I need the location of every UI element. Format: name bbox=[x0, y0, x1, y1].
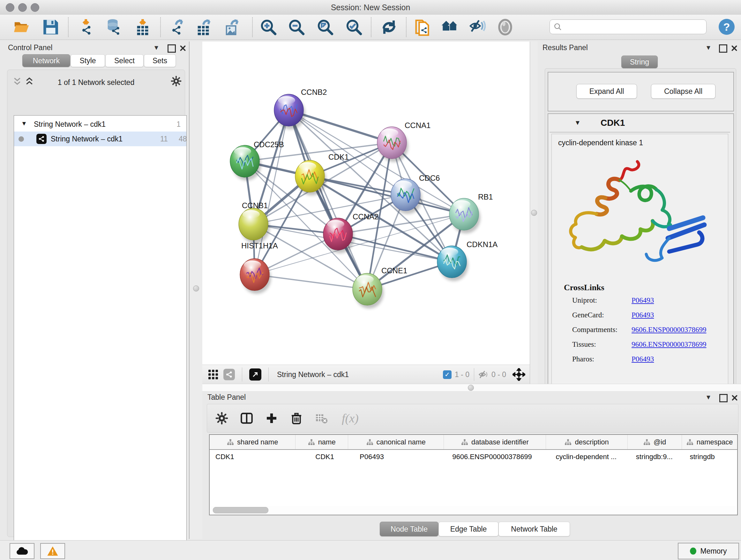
network-edge[interactable] bbox=[255, 274, 367, 289]
zoom-out-button[interactable] bbox=[288, 18, 305, 36]
import-database-button[interactable] bbox=[105, 18, 122, 36]
network-node-CCNA1[interactable]: CCNA1 bbox=[377, 121, 430, 162]
import-table-button[interactable] bbox=[134, 18, 151, 36]
show-columns-icon[interactable] bbox=[240, 412, 253, 425]
crosslink-compartments[interactable]: 9606.ENSP00000378699 bbox=[631, 326, 706, 340]
column-header[interactable]: namespace bbox=[682, 435, 737, 449]
selected-checkbox[interactable]: ✓ bbox=[443, 370, 452, 379]
column-header[interactable]: name bbox=[295, 435, 348, 449]
birdseye-view-button[interactable] bbox=[496, 18, 514, 36]
splitter-handle[interactable] bbox=[531, 210, 537, 216]
table-row[interactable]: CDK1 CDK1 P06493 9606.ENSP00000378699 cy… bbox=[210, 450, 737, 464]
search-input[interactable] bbox=[562, 22, 700, 31]
string-results-container: Expand All Collapse All ▼ CDK1 cyclin-de… bbox=[545, 68, 736, 397]
column-header[interactable]: @id bbox=[628, 435, 682, 449]
warnings-button[interactable] bbox=[40, 543, 65, 559]
network-node-CCNB1[interactable]: CCNB1 bbox=[239, 201, 270, 243]
close-panel-icon[interactable] bbox=[731, 45, 738, 52]
network-node-CCNE1[interactable]: CCNE1 bbox=[353, 266, 407, 308]
network-node-CCNB2[interactable]: CCNB2 bbox=[274, 88, 327, 129]
float-panel-icon[interactable] bbox=[719, 394, 728, 402]
network-node-CDC6[interactable]: CDC6 bbox=[391, 174, 440, 214]
splitter-handle[interactable] bbox=[468, 385, 474, 391]
crosslink-uniprot[interactable]: P06493 bbox=[631, 296, 654, 311]
save-floppy-icon bbox=[42, 18, 59, 36]
network-node-HIST1H1A[interactable]: HIST1H1A bbox=[240, 241, 278, 294]
gear-icon[interactable] bbox=[171, 76, 182, 86]
zoom-in-button[interactable] bbox=[260, 18, 277, 36]
grid-view-icon[interactable] bbox=[207, 369, 219, 380]
crosslink-row: GeneCard: P06493 bbox=[572, 311, 722, 326]
open-session-button[interactable] bbox=[13, 18, 30, 36]
help-button[interactable]: ? bbox=[719, 19, 735, 35]
tab-string[interactable]: String bbox=[621, 56, 658, 68]
protein-section-header[interactable]: ▼ CDK1 bbox=[549, 115, 730, 132]
add-column-icon[interactable] bbox=[265, 412, 278, 425]
network-canvas[interactable]: CCNB2CCNA1CDC25BCDK1CDC6RB1CCNB1CCNA2CDK… bbox=[202, 42, 530, 365]
crosslink-pharos[interactable]: P06493 bbox=[631, 355, 654, 370]
collapse-panel-icon[interactable]: ▼ bbox=[705, 394, 712, 401]
pan-tool-icon[interactable] bbox=[513, 368, 525, 381]
scrollbar-thumb[interactable] bbox=[213, 507, 268, 513]
network-node-CDKN1A[interactable]: CDKN1A bbox=[437, 240, 497, 281]
float-panel-icon[interactable] bbox=[167, 44, 176, 53]
network-edge[interactable] bbox=[289, 110, 367, 289]
collapse-panel-icon[interactable]: ▼ bbox=[705, 44, 712, 51]
left-splitter[interactable] bbox=[189, 42, 203, 539]
analyze-network-button[interactable] bbox=[414, 18, 431, 36]
tab-network[interactable]: Network bbox=[22, 54, 70, 67]
network-row-selected[interactable]: String Network – cdk1 11 48 bbox=[14, 132, 186, 146]
home-networks-button[interactable] bbox=[441, 18, 458, 36]
network-node-CDK1[interactable]: CDK1 bbox=[295, 152, 349, 195]
network-view-icon[interactable] bbox=[223, 369, 235, 380]
memory-button[interactable]: Memory bbox=[678, 543, 739, 559]
save-session-button[interactable] bbox=[42, 18, 59, 36]
column-header[interactable]: canonical name bbox=[348, 435, 444, 449]
expander-icon[interactable]: ▼ bbox=[21, 120, 27, 127]
float-panel-icon[interactable] bbox=[719, 44, 727, 53]
table-horizontal-scrollbar[interactable] bbox=[211, 506, 736, 514]
tab-edge-table[interactable]: Edge Table bbox=[439, 522, 498, 537]
protein-details: cyclin-dependent kinase 1 bbox=[551, 134, 728, 390]
crosslink-genecard[interactable]: P06493 bbox=[631, 311, 654, 326]
close-panel-icon[interactable] bbox=[179, 45, 186, 52]
column-tree-icon bbox=[643, 439, 650, 446]
cloud-button[interactable] bbox=[10, 543, 35, 559]
network-node-RB1[interactable]: RB1 bbox=[449, 192, 493, 233]
import-network-button[interactable] bbox=[78, 18, 96, 36]
column-tree-icon bbox=[308, 439, 315, 446]
tab-network-table[interactable]: Network Table bbox=[498, 522, 570, 537]
tab-node-table[interactable]: Node Table bbox=[380, 522, 439, 537]
crosslink-row: Tissues: 9606.ENSP00000378699 bbox=[572, 340, 722, 355]
gray-eye-icon bbox=[496, 18, 514, 36]
collapse-panel-icon[interactable]: ▼ bbox=[153, 44, 159, 51]
function-builder-icon[interactable]: f(x) bbox=[342, 411, 359, 425]
zoom-fit-button[interactable] bbox=[317, 18, 334, 36]
column-header[interactable]: description bbox=[546, 435, 627, 449]
delete-column-icon[interactable] bbox=[290, 412, 303, 425]
table-settings-gear-icon[interactable] bbox=[215, 412, 228, 425]
export-table-button[interactable] bbox=[195, 18, 212, 36]
tab-sets[interactable]: Sets bbox=[144, 54, 176, 67]
column-header[interactable]: database identifier bbox=[444, 435, 546, 449]
crosslink-tissues[interactable]: 9606.ENSP00000378699 bbox=[631, 340, 706, 355]
detach-view-button[interactable] bbox=[249, 368, 261, 381]
splitter-handle[interactable] bbox=[193, 286, 199, 292]
network-collection-row[interactable]: ▼ String Network – cdk1 1 bbox=[14, 118, 186, 132]
export-network-button[interactable] bbox=[169, 18, 186, 36]
apply-layout-button[interactable] bbox=[381, 18, 398, 36]
table-splitter[interactable] bbox=[202, 384, 741, 392]
expand-all-button[interactable]: Expand All bbox=[576, 84, 637, 99]
column-header[interactable]: shared name bbox=[210, 435, 295, 449]
toggle-graphics-details-button[interactable] bbox=[468, 18, 486, 36]
collapse-all-button[interactable]: Collapse All bbox=[651, 84, 716, 99]
close-panel-icon[interactable] bbox=[731, 394, 738, 401]
tab-select[interactable]: Select bbox=[105, 54, 144, 67]
section-expander-icon[interactable]: ▼ bbox=[575, 119, 581, 126]
export-image-button[interactable] bbox=[223, 18, 241, 36]
protein-results-scroll[interactable]: ▼ CDK1 cyclin-dependent kinase 1 bbox=[548, 113, 734, 395]
delete-table-icon[interactable] bbox=[315, 412, 328, 425]
zoom-selected-button[interactable] bbox=[345, 18, 362, 36]
tab-style[interactable]: Style bbox=[71, 54, 105, 67]
right-splitter[interactable] bbox=[530, 42, 538, 388]
